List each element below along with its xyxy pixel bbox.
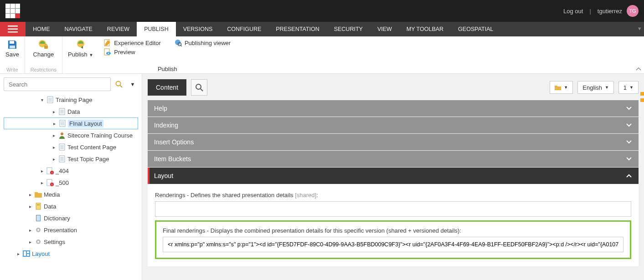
change-button[interactable]: Change bbox=[33, 39, 54, 58]
marker-icon bbox=[640, 98, 644, 102]
globe-lock-icon bbox=[38, 39, 49, 50]
section-header[interactable]: Layout bbox=[148, 168, 639, 184]
chevron-right-icon[interactable]: ▸ bbox=[51, 157, 57, 162]
search-options-button[interactable]: ▼ bbox=[127, 79, 138, 90]
menu-mytoolbar[interactable]: MY TOOLBAR bbox=[399, 22, 451, 36]
section-header[interactable]: Item Buckets bbox=[148, 151, 639, 167]
svg-point-57 bbox=[196, 84, 201, 89]
menu-configure[interactable]: CONFIGURE bbox=[220, 22, 268, 36]
section-label: Item Buckets bbox=[154, 155, 191, 163]
hamburger-icon[interactable] bbox=[0, 22, 26, 36]
tree-node[interactable]: ▸Test Topic Page bbox=[4, 153, 138, 165]
pencil-page-icon bbox=[104, 39, 111, 46]
chevron-right-icon[interactable]: ▸ bbox=[27, 204, 33, 209]
svg-point-30 bbox=[61, 132, 63, 135]
ribbon-group-publish-tools: Experience Editor Preview Publishing vie… bbox=[98, 36, 236, 73]
content-search-button[interactable] bbox=[191, 79, 207, 96]
chevron-right-icon[interactable]: ▸ bbox=[27, 192, 33, 197]
menu-review[interactable]: REVIEW bbox=[100, 22, 137, 36]
menu-geospatial[interactable]: GEOSPATIAL bbox=[451, 22, 500, 36]
section-label: Help bbox=[154, 105, 167, 112]
tree-node[interactable]: ▸Layout bbox=[4, 248, 138, 260]
chevron-right-icon[interactable]: ▸ bbox=[51, 145, 57, 150]
menu-navigate[interactable]: NAVIGATE bbox=[57, 22, 100, 36]
publish-dropdown-button[interactable]: Publish ▼ bbox=[68, 39, 93, 58]
page-icon bbox=[58, 143, 66, 151]
chevron-right-icon[interactable]: ▸ bbox=[27, 239, 33, 244]
group-caption: Write bbox=[6, 66, 18, 72]
publish-label: Publish ▼ bbox=[68, 51, 93, 58]
chevron-right-icon[interactable]: ▸ bbox=[27, 228, 33, 233]
tree-node[interactable]: ▸Media bbox=[4, 188, 138, 200]
chevron-down-icon bbox=[626, 156, 632, 162]
search-input[interactable] bbox=[4, 77, 111, 91]
tree-node[interactable]: ▸Data bbox=[4, 200, 138, 212]
tree-node[interactable]: ▸Test Content Page bbox=[4, 141, 138, 153]
section-header[interactable]: Help bbox=[148, 100, 639, 117]
content-toolbar: Content ▼ English▼ 1▼ bbox=[148, 79, 639, 96]
language-dropdown[interactable]: English▼ bbox=[577, 81, 614, 94]
menu-view[interactable]: VIEW bbox=[370, 22, 399, 36]
tree-node[interactable]: ▾Training Page bbox=[4, 94, 138, 106]
tree-label: Sitecore Training Course bbox=[67, 132, 133, 139]
tree-label: Test Topic Page bbox=[67, 156, 109, 163]
menu-home[interactable]: HOME bbox=[26, 22, 57, 36]
chevron-right-icon[interactable]: ▸ bbox=[39, 180, 45, 185]
navigate-dropdown[interactable]: ▼ bbox=[550, 81, 573, 94]
book-icon bbox=[35, 214, 42, 222]
chevron-right-icon[interactable]: ▸ bbox=[52, 121, 57, 126]
svg-point-16 bbox=[116, 81, 121, 86]
final-renderings-input[interactable] bbox=[163, 237, 623, 252]
page-icon bbox=[46, 96, 54, 103]
username-link[interactable]: tgutierrez bbox=[598, 8, 622, 15]
tree-node[interactable]: ▸!_500 bbox=[4, 177, 138, 188]
content-tab[interactable]: Content bbox=[148, 79, 186, 96]
save-button[interactable]: Save bbox=[5, 39, 19, 58]
svg-point-12 bbox=[108, 53, 109, 54]
svg-rect-54 bbox=[24, 251, 26, 256]
tree-label: FInal Layout bbox=[68, 120, 103, 127]
tree-node[interactable]: ▸!_404 bbox=[4, 165, 138, 177]
section-label: Insert Options bbox=[154, 138, 194, 146]
chevron-right-icon[interactable]: ▸ bbox=[15, 251, 21, 256]
search-button[interactable] bbox=[113, 79, 124, 90]
tree-node[interactable]: ▸Sitecore Training Course bbox=[4, 129, 138, 141]
section-header[interactable]: Indexing bbox=[148, 117, 639, 133]
tree-label: Test Content Page bbox=[67, 144, 116, 151]
section-header[interactable]: Insert Options bbox=[148, 134, 639, 150]
experience-editor-button[interactable]: Experience Editor bbox=[104, 39, 161, 46]
ribbon-group-publish-big: Publish ▼ . bbox=[62, 36, 98, 73]
data-icon bbox=[35, 203, 42, 210]
tree-node[interactable]: Dictionary bbox=[4, 212, 138, 224]
tree-node[interactable]: ▸Data bbox=[4, 106, 138, 117]
version-dropdown[interactable]: 1▼ bbox=[618, 81, 639, 94]
collapse-ribbon-icon[interactable] bbox=[636, 66, 641, 71]
avatar[interactable]: TG bbox=[627, 5, 639, 17]
menu-versions[interactable]: VERSIONS bbox=[176, 22, 220, 36]
preview-button[interactable]: Preview bbox=[104, 48, 161, 56]
menu-presentation[interactable]: PRESENTATION bbox=[268, 22, 326, 36]
chevron-down-icon[interactable]: ▾ bbox=[39, 97, 45, 102]
tree-node[interactable]: ▸Presentation bbox=[4, 224, 138, 236]
save-label: Save bbox=[5, 51, 19, 58]
publishing-viewer-button[interactable]: Publishing viewer bbox=[175, 39, 231, 46]
search-icon bbox=[195, 83, 203, 92]
renderings-input[interactable] bbox=[155, 201, 631, 217]
chevron-right-icon[interactable]: ▸ bbox=[51, 133, 57, 138]
folder-icon bbox=[555, 85, 561, 90]
chevron-down-icon bbox=[626, 122, 632, 128]
search-icon bbox=[115, 81, 123, 88]
tree-node[interactable]: ▸Settings bbox=[4, 236, 138, 248]
svg-rect-55 bbox=[27, 251, 29, 253]
chevron-right-icon[interactable]: ▸ bbox=[39, 168, 45, 173]
svg-rect-45 bbox=[36, 203, 41, 209]
tree-label: Dictionary bbox=[44, 215, 70, 222]
tree-label: _500 bbox=[56, 179, 69, 186]
app-logo-icon[interactable] bbox=[5, 4, 20, 18]
chevron-right-icon[interactable]: ▸ bbox=[51, 109, 57, 114]
tree-node[interactable]: ▸FInal Layout bbox=[4, 117, 138, 129]
logout-link[interactable]: Log out bbox=[563, 8, 583, 15]
menu-publish[interactable]: PUBLISH bbox=[137, 22, 176, 36]
menu-security[interactable]: SECURITY bbox=[327, 22, 370, 36]
chevron-down-icon[interactable]: ▾ bbox=[638, 25, 641, 32]
